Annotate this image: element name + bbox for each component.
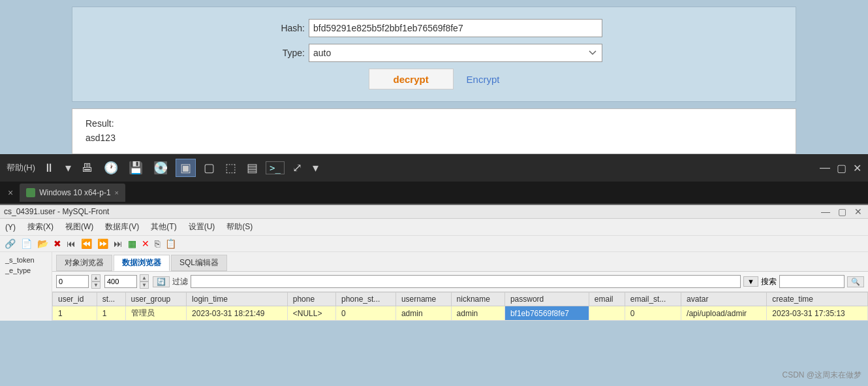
tab-object-browser[interactable]: 对象浏览器	[56, 255, 112, 271]
col-email_st[interactable]: email_st...	[625, 293, 681, 306]
cell-st: 1	[97, 306, 125, 321]
row-count-down[interactable]: ▼	[140, 281, 149, 289]
sidebar-item-token[interactable]: _s_token	[0, 255, 52, 265]
tb-icon1[interactable]: 🔗	[3, 238, 18, 249]
tb-first-icon[interactable]: ⏮	[65, 238, 78, 249]
tab-bar: × Windows 10 x64-p-1 ×	[0, 182, 868, 204]
tab-vm-icon	[26, 188, 35, 197]
table-header-row: user_id st... user_group login_time phon…	[53, 293, 868, 306]
expand-dropdown-icon[interactable]: ▾	[310, 159, 321, 176]
disk2-icon[interactable]: 💽	[151, 159, 170, 176]
tab-label: Windows 10 x64-p-1	[39, 188, 110, 197]
mysql-close-button[interactable]: ✕	[852, 206, 864, 217]
pause-icon[interactable]: ⏸	[40, 160, 57, 176]
tb-prev-icon[interactable]: ⏩	[95, 238, 110, 249]
cell-username: admin	[395, 306, 451, 321]
expand-icon[interactable]: ⤢	[290, 159, 305, 176]
cell-create_time: 2023-03-31 17:35:13	[767, 306, 868, 321]
button-row: decrypt Encrypt	[99, 69, 769, 89]
cell-user_id: 1	[53, 306, 97, 321]
row-start-down[interactable]: ▼	[91, 281, 101, 289]
col-user_group[interactable]: user_group	[125, 293, 187, 306]
mysql-restore-button[interactable]: ▢	[836, 206, 848, 217]
col-nickname[interactable]: nickname	[451, 293, 504, 306]
menu-database[interactable]: 数据库(V)	[100, 220, 144, 234]
clock-icon[interactable]: 🕐	[101, 159, 121, 176]
col-username[interactable]: username	[395, 293, 451, 306]
sidebar-item-etype[interactable]: _e_type	[0, 265, 52, 276]
encrypt-button[interactable]: Encrypt	[467, 74, 500, 85]
frame4-icon[interactable]: ▤	[244, 159, 260, 176]
type-select[interactable]: auto md5 sha1 sha256	[309, 44, 602, 62]
cell-password[interactable]: bf1eb76569f8fe7	[504, 306, 589, 321]
cell-email_st: 0	[625, 306, 681, 321]
search-go-btn[interactable]: 🔍	[847, 276, 864, 287]
tab-data-browser[interactable]: 数据浏览器	[114, 255, 170, 271]
dropdown-icon[interactable]: ▾	[63, 159, 74, 176]
filter-input[interactable]	[191, 275, 741, 288]
table-row[interactable]: 1 1 管理员 2023-03-31 18:21:49 <NULL> 0 adm…	[53, 306, 868, 321]
data-controls: ▲ ▼ ▲ ▼ 🔄 过滤 ▼ 搜索 🔍	[52, 272, 868, 292]
hash-row: Hash:	[99, 19, 769, 37]
vm-help-menu[interactable]: 帮助(H)	[7, 162, 35, 174]
col-st[interactable]: st...	[97, 293, 125, 306]
tb-open-icon[interactable]: 📂	[35, 238, 50, 249]
disk-icon[interactable]: 💾	[126, 159, 146, 176]
col-create_time[interactable]: create_time	[767, 293, 868, 306]
tb-last-icon[interactable]: ⏭	[112, 238, 125, 249]
tb-grid-icon[interactable]: ▦	[126, 238, 138, 249]
result-label: Result:	[85, 118, 783, 129]
tab-sql-editor[interactable]: SQL编辑器	[171, 255, 227, 271]
refresh-button[interactable]: 🔄	[153, 276, 170, 287]
row-start-input[interactable]	[56, 275, 89, 288]
print-icon[interactable]: 🖶	[79, 160, 96, 176]
tb-paste-icon[interactable]: 📋	[163, 238, 178, 249]
tb-cancel-icon[interactable]: ✕	[140, 238, 151, 249]
mysql-minimize-button[interactable]: —	[819, 206, 832, 217]
tb-delete-icon[interactable]: ✖	[52, 238, 63, 249]
col-login_time[interactable]: login_time	[187, 293, 288, 306]
col-password[interactable]: password	[504, 293, 589, 306]
row-count-up[interactable]: ▲	[140, 274, 149, 281]
result-value: asd123	[85, 133, 783, 143]
cell-avatar: /api/upload/admir	[681, 306, 767, 321]
terminal-icon[interactable]: >_	[266, 161, 285, 174]
menu-help[interactable]: 帮助(S)	[221, 220, 258, 234]
frame-icon[interactable]: ▣	[176, 159, 196, 177]
mysql-toolbar: 🔗 📄 📂 ✖ ⏮ ⏪ ⏩ ⏭ ▦ ✕ ⎘ 📋	[0, 236, 868, 252]
col-phone_st[interactable]: phone_st...	[335, 293, 395, 306]
row-count-input[interactable]	[104, 275, 137, 288]
frame3-icon[interactable]: ⬚	[223, 159, 239, 176]
vm-tab[interactable]: Windows 10 x64-p-1 ×	[20, 184, 125, 202]
col-user_id[interactable]: user_id	[53, 293, 97, 306]
csdn-watermark: CSDN @这周末在做梦	[782, 370, 861, 381]
col-email[interactable]: email	[589, 293, 625, 306]
tab-close-icon[interactable]: ×	[115, 189, 119, 197]
cell-phone_st: 0	[335, 306, 395, 321]
close-button[interactable]: ✕	[853, 162, 861, 174]
vm-toolbar: 帮助(H) ⏸ ▾ 🖶 🕐 💾 💽 ▣ ▢ ⬚ ▤ >_ ⤢ ▾ — ▢ ✕	[0, 154, 868, 182]
hash-input[interactable]	[309, 19, 602, 37]
type-row: Type: auto md5 sha1 sha256	[99, 44, 769, 62]
menu-other[interactable]: 其他(T)	[146, 220, 181, 234]
decrypt-button[interactable]: decrypt	[369, 69, 454, 89]
tb-copy-icon[interactable]: ⎘	[153, 238, 162, 249]
frame2-icon[interactable]: ▢	[201, 159, 217, 176]
filter-icon-btn[interactable]: ▼	[743, 276, 758, 287]
col-avatar[interactable]: avatar	[681, 293, 767, 306]
col-phone[interactable]: phone	[287, 293, 335, 306]
mysql-title: cs_04391.user - MySQL-Front	[4, 207, 819, 216]
minimize-button[interactable]: —	[820, 162, 830, 174]
menu-y[interactable]: (Y)	[0, 221, 21, 233]
row-start-up[interactable]: ▲	[91, 274, 101, 281]
cell-user_group: 管理员	[125, 306, 187, 321]
window-controls: — ▢ ✕	[820, 162, 861, 174]
menu-view[interactable]: 视图(W)	[60, 220, 99, 234]
menu-settings[interactable]: 设置(U)	[183, 220, 221, 234]
restore-button[interactable]: ▢	[837, 162, 846, 174]
tb-prev2-icon[interactable]: ⏪	[79, 238, 94, 249]
tab-area-close-icon[interactable]: ×	[4, 187, 17, 198]
tb-new-icon[interactable]: 📄	[19, 238, 34, 249]
search-input[interactable]	[779, 275, 845, 288]
menu-search[interactable]: 搜索(X)	[22, 220, 59, 234]
